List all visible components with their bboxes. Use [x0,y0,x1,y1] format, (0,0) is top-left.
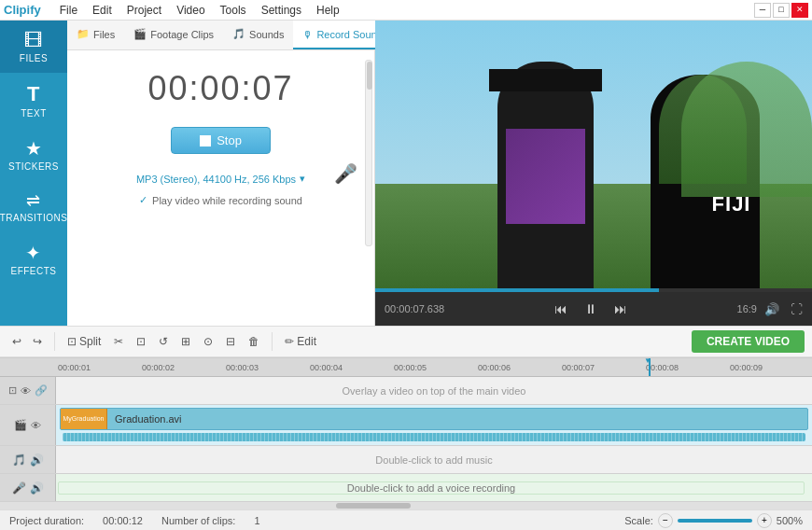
check-icon: ✓ [139,194,147,206]
menu-settings[interactable]: Settings [254,2,309,19]
overlay-link-icon[interactable]: 🔗 [35,384,48,397]
fullscreen-icon[interactable]: ⛶ [791,302,803,316]
main-eye-icon[interactable]: 👁 [31,420,41,431]
ruler-marks: 00:00:01 00:00:02 00:00:03 00:00:04 00:0… [56,363,812,372]
panel: 📁 Files 🎬 Footage Clips 🎵 Sounds 🎙 Recor… [67,21,375,326]
audio-format-selector[interactable]: MP3 (Stereo), 44100 Hz, 256 Kbps ▾ [136,173,305,185]
trim-button[interactable]: ⊡ [132,332,150,351]
ruler-mark-2: 00:00:02 [140,363,224,372]
sidebar-item-effects[interactable]: ✦ EFFECTS [0,232,67,286]
minimize-button[interactable]: ─ [754,3,771,18]
play-pause-button[interactable]: ⏸ [580,300,602,318]
timeline: 00:00:01 00:00:02 00:00:03 00:00:04 00:0… [0,357,812,509]
scale-value: 500% [777,515,803,526]
toolbar-separator-2 [272,332,273,351]
sidebar-item-files[interactable]: 🎞 FILES [0,21,67,73]
crop-button[interactable]: ⊞ [176,332,195,351]
preview-controls: 00:00:07.638 ⏮ ⏸ ⏭ 16:9 🔊 ⛶ [375,292,812,326]
clip-label: Graduation.avi [107,413,189,425]
ruler-mark-7: 00:00:07 [560,363,644,372]
playback-time: 00:00:07.638 [385,303,444,314]
timeline-scrollbar[interactable] [0,502,812,509]
edit-icon: ✏ [285,335,294,348]
scale-decrease-button[interactable]: − [658,513,673,528]
close-button[interactable]: ✕ [791,3,808,18]
preview-video: FIJI [375,21,812,292]
overlay-track: ⊡ 👁 🔗 Overlay a video on top of the main… [0,377,812,405]
overlay-track-area[interactable]: Overlay a video on top of the main video [56,377,812,404]
sidebar: 🎞 FILES T TEXT ★ STICKERS ⇌ TRANSITIONS … [0,21,67,326]
cut-button[interactable]: ✂ [109,332,128,351]
ruler-mark-5: 00:00:05 [392,363,476,372]
maximize-button[interactable]: □ [773,3,790,18]
menu-tools[interactable]: Tools [213,2,254,19]
edit-button[interactable]: ✏ Edit [280,332,321,351]
music-track-area[interactable]: Double-click to add music [56,446,812,473]
timeline-scrollbar-thumb [336,503,411,509]
menu-video[interactable]: Video [169,2,212,19]
delete-button[interactable]: 🗑 [244,332,264,351]
ruler-mark-3: 00:00:03 [224,363,308,372]
volume-icon[interactable]: 🔊 [764,302,779,316]
tab-files[interactable]: 📁 Files [67,21,124,49]
record-tab-icon: 🎙 [302,29,313,40]
crop-icon: ⊞ [181,335,190,348]
menu-edit[interactable]: Edit [85,2,119,19]
music-track: 🎵 🔊 Double-click to add music [0,446,812,474]
voice-track-label: Double-click to add a voice recording [347,482,515,494]
footage-tab-icon: 🎬 [133,28,147,40]
voice-volume-icon[interactable]: 🔊 [30,481,44,495]
forward-button[interactable]: ⏭ [609,300,632,318]
toolbar: ↩ ↪ ⊡ Split ✂ ⊡ ↺ ⊞ ⊙ ⊟ 🗑 ✏ Edit CREATE … [0,326,812,357]
ruler-mark-6: 00:00:06 [476,363,560,372]
undo-button[interactable]: ↩ [7,332,26,351]
remove-button[interactable]: ⊟ [221,332,240,351]
panel-scrollbar[interactable] [365,60,372,246]
menu-file[interactable]: File [52,2,85,19]
filter-button[interactable]: ⊙ [199,332,217,351]
top-area: 🎞 FILES T TEXT ★ STICKERS ⇌ TRANSITIONS … [0,21,812,326]
redo-button[interactable]: ↪ [28,332,47,351]
main-track-controls: 🎬 👁 [0,405,56,445]
scale-slider[interactable] [678,519,752,523]
waveform-visual [63,433,805,441]
delete-icon: 🗑 [248,335,259,348]
ruler-mark-1: 00:00:01 [56,363,140,372]
sidebar-item-stickers[interactable]: ★ STICKERS [0,128,67,181]
scene-figures: FIJI [375,21,812,292]
sidebar-item-transitions[interactable]: ⇌ TRANSITIONS [0,181,67,232]
menu-bar: Clipify File Edit Project Video Tools Se… [0,0,812,21]
panel-inner: 00:00:07 Stop MP3 (Stereo), 44100 Hz, 25… [67,50,374,326]
microphone-track-icon: 🎤 [12,481,26,495]
voice-track-area[interactable]: Double-click to add a voice recording [56,474,812,501]
scale-increase-button[interactable]: + [757,513,772,528]
playhead[interactable] [649,358,651,376]
stop-button[interactable]: Stop [171,127,271,154]
tab-footage[interactable]: 🎬 Footage Clips [124,21,223,49]
sounds-tab-icon: 🎵 [232,28,245,40]
split-button[interactable]: ⊡ Split [63,332,105,351]
main-video-clip[interactable]: MyGraduation Graduation.avi [60,408,808,430]
rotate-button[interactable]: ↺ [154,332,173,351]
status-bar: Project duration: 00:00:12 Number of cli… [0,509,812,530]
menu-help[interactable]: Help [309,2,347,19]
sidebar-item-text[interactable]: T TEXT [0,73,67,128]
music-volume-icon[interactable]: 🔊 [30,453,44,467]
play-while-recording-option[interactable]: ✓ Play video while recording sound [139,194,302,206]
menu-project[interactable]: Project [119,2,169,19]
clips-label: Number of clips: [161,515,235,526]
trim-icon: ⊡ [136,335,146,348]
ruler-mark-4: 00:00:04 [308,363,392,372]
video-content: FIJI [375,21,812,292]
overlay-eye-icon[interactable]: 👁 [21,385,31,397]
rewind-button[interactable]: ⏮ [550,300,572,318]
music-icon: 🎵 [12,453,26,467]
split-icon: ⊡ [67,335,77,348]
video-progress-bar[interactable] [375,288,812,292]
aspect-ratio-display: 16:9 [737,303,757,314]
tab-sounds[interactable]: 🎵 Sounds [223,21,293,49]
music-track-controls: 🎵 🔊 [0,446,56,473]
create-video-button[interactable]: CREATE VIDEO [692,330,805,353]
clip-thumbnail: MyGraduation [61,409,107,429]
main-track-area[interactable]: MyGraduation Graduation.avi [56,405,812,445]
